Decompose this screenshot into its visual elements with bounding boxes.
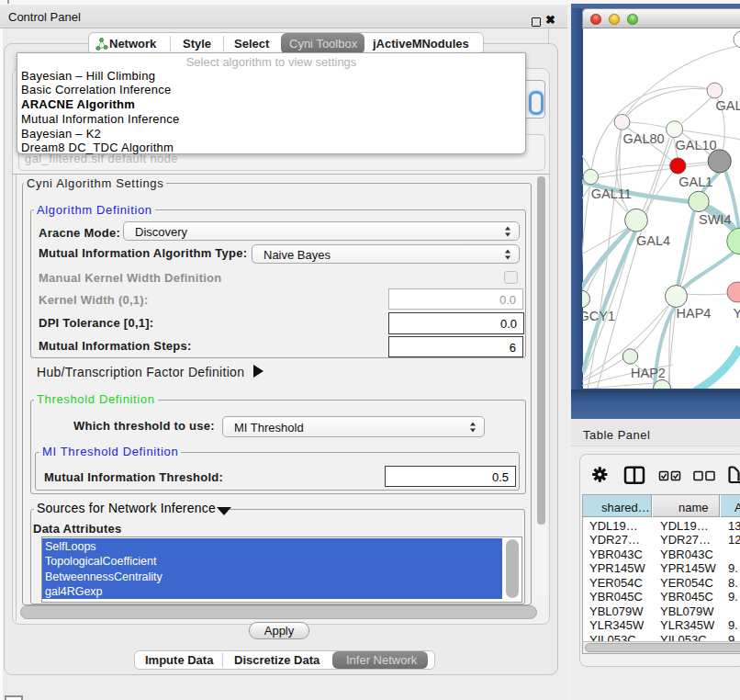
svg-text:SWI4: SWI4 — [699, 212, 731, 227]
svg-text:GAL7: GAL7 — [716, 98, 740, 113]
svg-text:HAP4: HAP4 — [677, 306, 712, 321]
svg-text:GAL10: GAL10 — [676, 138, 717, 152]
svg-text:GCY1: GCY1 — [582, 309, 615, 323]
svg-text:GAL11: GAL11 — [591, 186, 632, 201]
svg-text:HAP2: HAP2 — [631, 366, 666, 380]
svg-text:GAL80: GAL80 — [623, 131, 665, 146]
svg-text:GAL1: GAL1 — [678, 175, 712, 189]
svg-text:Y: Y — [734, 306, 740, 321]
svg-text:GAL4: GAL4 — [636, 233, 670, 248]
